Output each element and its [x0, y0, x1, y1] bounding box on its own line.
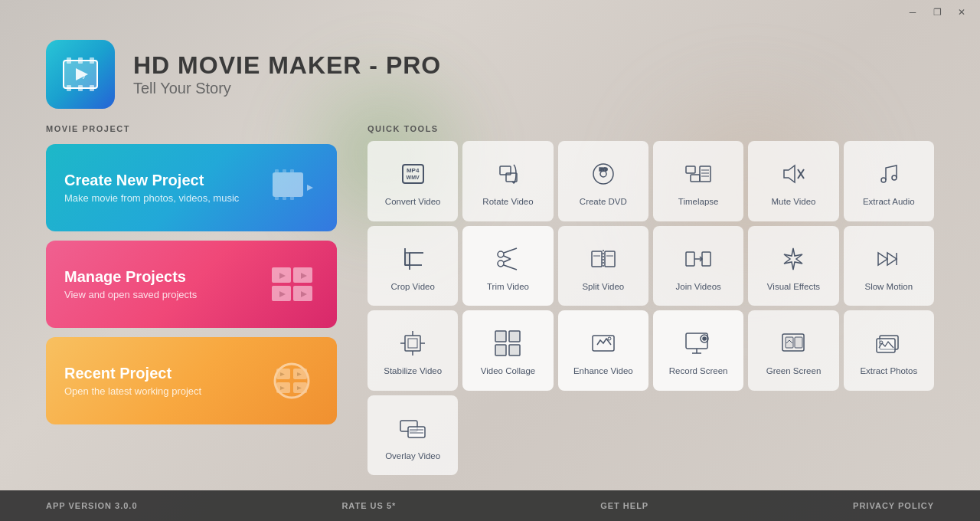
timelapse-tool[interactable]: Timelapse — [653, 141, 743, 221]
svg-rect-2 — [67, 57, 71, 64]
create-dvd-icon: DVD — [586, 157, 620, 191]
visual-effects-label: Visual Effects — [767, 282, 820, 291]
create-dvd-label: Create DVD — [580, 197, 627, 206]
rotate-video-tool[interactable]: Rotate Video — [462, 141, 553, 221]
split-video-icon — [586, 242, 620, 276]
mute-icon — [779, 160, 807, 188]
join-videos-icon — [681, 242, 715, 276]
join-icon — [684, 245, 712, 273]
svg-point-50 — [881, 178, 886, 182]
green-screen-label: Green Screen — [766, 366, 822, 375]
manage-projects-icon — [265, 257, 318, 311]
svg-rect-81 — [509, 331, 520, 342]
svg-rect-86 — [686, 333, 707, 349]
trim-video-icon — [491, 242, 524, 276]
privacy-policy[interactable]: PRIVACY POLICY — [853, 501, 934, 510]
extract-photos-label: Extract Photos — [860, 366, 917, 375]
svg-rect-13 — [283, 169, 286, 175]
crop-icon — [399, 245, 426, 273]
svg-marker-11 — [307, 185, 313, 191]
trim-video-tool[interactable]: Trim Video — [462, 226, 553, 306]
record-screen-label: Record Screen — [669, 366, 728, 375]
create-new-project-card[interactable]: Create New Project Make movie from photo… — [46, 144, 337, 231]
svg-text:♪: ♪ — [82, 72, 86, 80]
close-button[interactable]: ✕ — [949, 0, 974, 25]
monitor-record-icon — [684, 329, 712, 357]
rate-us[interactable]: RATE US 5* — [341, 501, 396, 510]
svg-rect-82 — [495, 345, 506, 356]
app-version: APP VERSION 3.0.0 — [46, 501, 138, 510]
crop-video-icon — [396, 242, 430, 276]
svg-rect-16 — [283, 194, 286, 200]
mute-video-icon — [776, 157, 810, 191]
film-play-icon — [269, 165, 315, 211]
manage-projects-card[interactable]: Manage Projects View and open saved proj… — [46, 241, 337, 328]
stabilize-video-label: Stabilize Video — [384, 366, 442, 375]
convert-video-tool[interactable]: MP4 WMV Convert Video — [368, 141, 458, 221]
svg-rect-4 — [90, 57, 94, 64]
tools-grid: MP4 WMV Convert Video — [368, 141, 934, 475]
visual-effects-icon — [776, 242, 810, 276]
video-collage-icon — [491, 326, 524, 360]
record-screen-tool[interactable]: Record Screen — [653, 310, 743, 391]
svg-rect-83 — [509, 345, 520, 356]
enhance-icon — [590, 329, 617, 357]
recent-project-card[interactable]: Recent Project Open the latest working p… — [46, 337, 337, 424]
svg-line-62 — [504, 259, 511, 262]
stabilize-icon — [399, 329, 426, 357]
split-video-tool[interactable]: Split Video — [558, 226, 648, 306]
svg-rect-6 — [78, 85, 83, 91]
overlay-video-icon — [396, 411, 430, 445]
overlay-video-tool[interactable]: Overlay Video — [368, 395, 458, 476]
manage-projects-desc: View and open saved projects — [64, 289, 197, 300]
rotate-video-icon — [491, 157, 524, 191]
footer: APP VERSION 3.0.0 RATE US 5* GET HELP PR… — [0, 490, 980, 521]
overlay-video-label: Overlay Video — [385, 451, 440, 460]
extract-audio-icon — [872, 157, 906, 191]
crop-video-tool[interactable]: Crop Video — [368, 226, 458, 306]
visual-effects-tool[interactable]: Visual Effects — [748, 226, 838, 306]
recent-project-title: Recent Project — [64, 365, 201, 382]
right-panel: QUICK TOOLS MP4 WMV Convert Video — [368, 124, 934, 475]
join-videos-tool[interactable]: Join Videos — [653, 226, 743, 306]
green-screen-tool[interactable]: Green Screen — [748, 310, 838, 391]
minimize-button[interactable]: ─ — [900, 0, 925, 25]
svg-point-85 — [608, 337, 611, 340]
enhance-video-tool[interactable]: Enhance Video — [558, 310, 648, 391]
music-note-icon — [875, 160, 903, 188]
manage-projects-title: Manage Projects — [64, 268, 197, 286]
svg-text:DVD: DVD — [599, 167, 608, 172]
svg-rect-17 — [290, 194, 294, 200]
split-video-label: Split Video — [582, 282, 624, 291]
stabilize-video-tool[interactable]: Stabilize Video — [368, 310, 458, 391]
svg-rect-69 — [702, 252, 710, 266]
svg-rect-80 — [495, 331, 506, 342]
svg-point-90 — [703, 337, 706, 340]
get-help[interactable]: GET HELP — [600, 501, 648, 510]
slow-motion-tool[interactable]: Slow Motion — [844, 226, 934, 306]
movie-project-label: MOVIE PROJECT — [46, 124, 337, 133]
trim-video-label: Trim Video — [487, 282, 529, 291]
extract-photos-tool[interactable]: Extract Photos — [844, 310, 934, 391]
maximize-button[interactable]: ❐ — [925, 0, 949, 25]
svg-point-39 — [600, 171, 606, 177]
timelapse-icon — [681, 157, 715, 191]
svg-rect-68 — [686, 252, 694, 266]
header-text: HD MOVIE MAKER - PRO Tell Your Story — [133, 51, 441, 97]
rotate-icon — [494, 160, 521, 188]
svg-marker-72 — [887, 253, 897, 265]
svg-rect-98 — [408, 427, 425, 437]
create-dvd-tool[interactable]: DVD Create DVD — [558, 141, 648, 221]
enhance-video-label: Enhance Video — [573, 366, 633, 375]
video-collage-tool[interactable]: Video Collage — [462, 310, 553, 391]
svg-rect-64 — [605, 251, 615, 267]
sparkle-icon — [779, 245, 807, 273]
recent-project-desc: Open the latest working project — [64, 385, 201, 397]
logo-icon: ♪ — [57, 51, 103, 97]
svg-marker-47 — [784, 165, 795, 182]
scissors-icon — [494, 245, 521, 273]
extract-audio-tool[interactable]: Extract Audio — [844, 141, 934, 221]
mute-video-tool[interactable]: Mute Video — [748, 141, 838, 221]
timelapse-label: Timelapse — [678, 197, 719, 206]
svg-rect-56 — [405, 253, 410, 265]
